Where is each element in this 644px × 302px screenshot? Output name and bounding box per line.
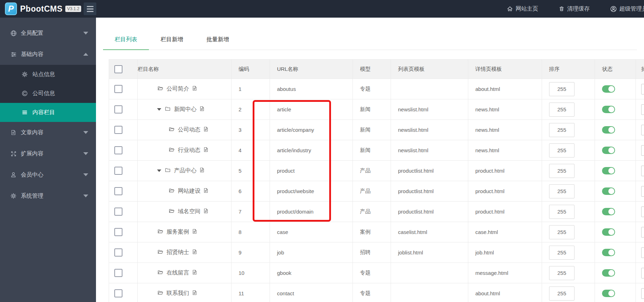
gear-icon: [21, 71, 28, 78]
status-toggle-on[interactable]: [602, 228, 615, 236]
sidebar-item-全局配置[interactable]: 全局配置: [0, 23, 96, 44]
status-toggle-on[interactable]: [602, 187, 615, 195]
row-checkbox[interactable]: [114, 126, 122, 134]
doc-icon[interactable]: [192, 249, 197, 256]
pbootcms-logo-icon: P: [5, 2, 17, 15]
sidebar-item-基础内容[interactable]: 基础内容: [0, 44, 96, 65]
tree-collapse-icon[interactable]: [157, 170, 161, 172]
status-toggle-on[interactable]: [602, 147, 615, 154]
status-toggle-on[interactable]: [602, 269, 615, 277]
doc-icon[interactable]: [203, 208, 209, 215]
url-cell: aboutus: [270, 79, 353, 99]
status-toggle-on[interactable]: [602, 249, 615, 256]
view-button[interactable]: 查看: [641, 104, 644, 115]
doc-icon[interactable]: [192, 269, 197, 277]
sort-input[interactable]: [549, 123, 574, 137]
view-button[interactable]: 查看: [641, 268, 644, 278]
status-toggle-on[interactable]: [602, 208, 615, 215]
sort-input[interactable]: [549, 225, 574, 239]
tree-collapse-icon[interactable]: [157, 108, 161, 111]
doc-icon[interactable]: [199, 106, 205, 113]
sidebar-item-系统管理[interactable]: 系统管理: [0, 185, 96, 207]
code-cell: 3: [231, 120, 270, 140]
sort-input[interactable]: [549, 184, 574, 198]
detail-template-cell: news.html: [468, 120, 542, 140]
sidebar-item-label: 系统管理: [21, 192, 43, 200]
view-button[interactable]: 查看: [641, 145, 644, 156]
sort-input[interactable]: [549, 103, 574, 117]
sidebar-item-站点信息[interactable]: 站点信息: [0, 65, 96, 84]
column-name-cell: 招贤纳士: [138, 242, 231, 263]
folder-open-icon: [157, 249, 164, 256]
row-checkbox[interactable]: [114, 167, 122, 175]
row-checkbox[interactable]: [114, 105, 122, 113]
view-button[interactable]: 查看: [641, 207, 644, 217]
doc-icon[interactable]: [203, 126, 209, 134]
sort-input[interactable]: [549, 286, 574, 301]
row-checkbox[interactable]: [114, 248, 122, 257]
status-toggle-on[interactable]: [602, 167, 615, 174]
sort-input[interactable]: [549, 266, 574, 280]
row-checkbox[interactable]: [114, 228, 122, 236]
doc-icon[interactable]: [192, 228, 197, 236]
sort-cell: [542, 202, 595, 222]
url-cell: gbook: [270, 263, 353, 283]
view-button[interactable]: 查看: [641, 227, 644, 238]
expand-icon: [10, 151, 17, 157]
column-name-cell: 联系我们: [138, 283, 231, 302]
view-button[interactable]: 查看: [641, 125, 644, 135]
doc-icon[interactable]: [192, 290, 197, 297]
folder-open-icon: [157, 290, 164, 297]
sidebar-item-内容栏目[interactable]: 内容栏目: [0, 103, 96, 122]
row-checkbox[interactable]: [114, 208, 122, 216]
select-all-checkbox[interactable]: [114, 65, 122, 73]
status-cell: [595, 140, 636, 161]
row-checkbox[interactable]: [114, 269, 122, 277]
sort-input[interactable]: [549, 143, 574, 158]
table-row: 服务案例8case案例caselist.htmlcase.html查看删除修改: [109, 222, 644, 242]
status-toggle-on[interactable]: [602, 106, 615, 113]
sort-input[interactable]: [549, 164, 574, 178]
doc-icon[interactable]: [199, 167, 205, 174]
sidebar-item-会员中心[interactable]: 会员中心: [0, 164, 96, 185]
tab-栏目新增[interactable]: 栏目新增: [149, 32, 195, 50]
tab-批量新增[interactable]: 批量新增: [195, 32, 241, 50]
sort-input[interactable]: [549, 246, 574, 260]
row-select-cell: [109, 283, 138, 302]
doc-icon[interactable]: [203, 187, 209, 195]
site-home-link[interactable]: 网站主页: [507, 5, 538, 13]
view-button[interactable]: 查看: [641, 166, 644, 176]
view-button[interactable]: 查看: [641, 186, 644, 197]
sidebar-item-公司信息[interactable]: 公司信息: [0, 84, 96, 103]
tab-栏目列表[interactable]: 栏目列表: [103, 32, 149, 50]
list-template-cell: [391, 79, 468, 99]
status-toggle-on[interactable]: [602, 85, 615, 93]
list-template-cell: newslist.html: [391, 120, 468, 140]
columns-table: 栏目名称编码URL名称模型列表页模板详情页模板排序状态操作 公司简介1about…: [109, 59, 644, 302]
sort-input[interactable]: [549, 82, 574, 96]
clear-cache-link[interactable]: 清理缓存: [559, 5, 590, 13]
status-toggle-on[interactable]: [602, 290, 615, 297]
view-button[interactable]: 查看: [641, 247, 644, 258]
status-toggle-on[interactable]: [602, 126, 615, 134]
row-checkbox[interactable]: [114, 85, 122, 93]
sidebar-item-扩展内容[interactable]: 扩展内容: [0, 143, 96, 164]
sidebar-item-文章内容[interactable]: 文章内容: [0, 122, 96, 143]
sort-cell: [542, 79, 595, 99]
doc-icon[interactable]: [203, 147, 209, 154]
view-button[interactable]: 查看: [641, 288, 644, 299]
sidebar-item-label: 基础内容: [21, 51, 43, 58]
user-icon: [10, 172, 17, 178]
row-checkbox[interactable]: [114, 146, 122, 154]
folder-open-icon: [168, 127, 175, 134]
code-cell: 5: [231, 161, 270, 181]
admin-user-link[interactable]: 超级管理员: [610, 5, 644, 13]
row-checkbox[interactable]: [114, 289, 122, 297]
doc-icon[interactable]: [192, 85, 197, 93]
view-button[interactable]: 查看: [641, 84, 644, 94]
sort-input[interactable]: [549, 205, 574, 219]
url-cell: article/company: [270, 120, 353, 140]
hamburger-icon[interactable]: [84, 2, 96, 15]
row-select-cell: [109, 242, 138, 263]
row-checkbox[interactable]: [114, 187, 122, 195]
